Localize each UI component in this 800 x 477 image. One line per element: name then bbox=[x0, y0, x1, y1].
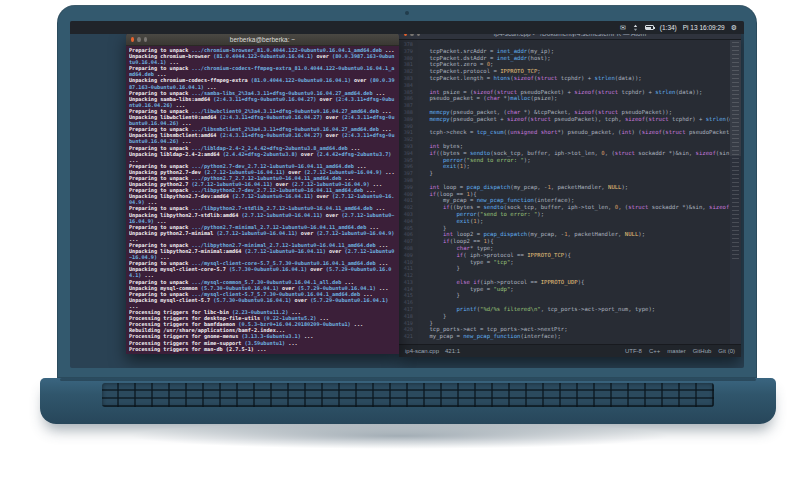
status-file[interactable]: ip4-scan.cpp bbox=[405, 348, 439, 354]
code-line: type = "tcp"; bbox=[416, 259, 730, 266]
webcam-icon bbox=[405, 11, 409, 15]
shadow bbox=[10, 420, 790, 460]
code-line: } bbox=[416, 225, 730, 232]
line-number: 410 bbox=[399, 259, 413, 266]
line-number: 421 bbox=[399, 333, 413, 340]
code-line bbox=[416, 177, 730, 184]
terminal-line: Unpacking samba-libs:amd64 (2:4.3.11+dfs… bbox=[129, 96, 397, 108]
terminal-line: Unpacking mysql-client-core-5.7 (5.7.30-… bbox=[129, 266, 397, 278]
status-item[interactable]: UTF-8 bbox=[625, 348, 642, 354]
code-line: tcp_ports->act = tcp_ports->act->nextPtr… bbox=[416, 326, 730, 333]
editor-pane: 3783793803813823833843853863873883893903… bbox=[399, 40, 741, 344]
status-item[interactable]: C++ bbox=[649, 348, 660, 354]
line-number: 399 bbox=[399, 184, 413, 191]
code-line: type = "udp"; bbox=[416, 286, 730, 293]
line-number: 408 bbox=[399, 245, 413, 252]
code-line: } bbox=[416, 313, 730, 320]
code-line bbox=[416, 272, 730, 279]
gutter: 3783793803813823833843853863873883893903… bbox=[399, 40, 416, 344]
mail-indicator-icon[interactable]: ✉ bbox=[620, 24, 626, 31]
line-number: 405 bbox=[399, 225, 413, 232]
close-icon[interactable] bbox=[131, 37, 134, 42]
terminal-line: Unpacking libldap-2.4-2:amd64 (2.4.42+df… bbox=[129, 151, 397, 163]
code-line: perror("send to error: "); bbox=[416, 211, 730, 218]
status-item[interactable]: GitHub bbox=[693, 348, 712, 354]
code-line bbox=[416, 102, 730, 109]
terminal-line: Unpacking chromium-codecs-ffmpeg-extra (… bbox=[129, 77, 397, 89]
line-number: 390 bbox=[399, 123, 413, 130]
code-line: if((bytes = sendto(sock_tcp, buffer, iph… bbox=[416, 204, 730, 211]
code-line: int bytes; bbox=[416, 143, 730, 150]
code-line bbox=[416, 82, 730, 89]
line-number: 402 bbox=[399, 204, 413, 211]
line-number: 397 bbox=[399, 170, 413, 177]
code-line: char* type; bbox=[416, 245, 730, 252]
top-panel: ✉ (1:34) Pi 13 16:09:29 ⚙ bbox=[70, 21, 744, 34]
terminal-output[interactable]: Preparing to unpack .../chromium-browser… bbox=[129, 47, 397, 353]
code-line: exit(1); bbox=[416, 218, 730, 225]
line-number: 386 bbox=[399, 95, 413, 102]
battery-label[interactable]: (1:34) bbox=[660, 24, 677, 31]
terminal-line: Unpacking libsmbclient:amd64 (2:4.3.11+d… bbox=[129, 132, 397, 144]
minimap[interactable] bbox=[730, 40, 741, 344]
line-number: 396 bbox=[399, 163, 413, 170]
line-number: 387 bbox=[399, 102, 413, 109]
line-number: 407 bbox=[399, 238, 413, 245]
code-line: memcpy(pseudo_packet + sizeof(struct pse… bbox=[416, 116, 730, 123]
terminal-line: Preparing to unpack .../chromium-codecs-… bbox=[129, 65, 397, 77]
code-line: int loop = pcap_dispatch(my_pcap, -1, pa… bbox=[416, 184, 730, 191]
battery-fill bbox=[646, 27, 651, 29]
code-line: printf("%d/%s filtered\n", tcp_ports->ac… bbox=[416, 306, 730, 313]
clock[interactable]: Pi 13 16:09:29 bbox=[683, 24, 725, 31]
line-number: 419 bbox=[399, 320, 413, 327]
line-number: 398 bbox=[399, 177, 413, 184]
window-controls bbox=[126, 37, 152, 42]
status-right: UTF-8C++masterGitHubGit (0) bbox=[625, 348, 735, 354]
code-line: if(loop2 == 1){ bbox=[416, 238, 730, 245]
status-item[interactable]: Git (0) bbox=[718, 348, 735, 354]
laptop-base bbox=[40, 378, 776, 424]
battery-icon[interactable] bbox=[645, 25, 654, 30]
line-number: 392 bbox=[399, 136, 413, 143]
line-number: 394 bbox=[399, 150, 413, 157]
line-number: 411 bbox=[399, 265, 413, 272]
terminal-line: Unpacking chromium-browser (81.0.4044.12… bbox=[129, 53, 397, 65]
terminal-line: Unpacking libwbclient0:amd64 (2:4.3.11+d… bbox=[129, 114, 397, 126]
line-number: 406 bbox=[399, 231, 413, 238]
code-line: perror("send to error: "); bbox=[416, 157, 730, 164]
code-line: tcpPacket.dstAddr = inet_addr(host); bbox=[416, 55, 730, 62]
status-bar: ip4-scan.cpp 421:1 UTF-8C++masterGitHubG… bbox=[399, 344, 741, 357]
line-number: 415 bbox=[399, 292, 413, 299]
laptop-screen-bezel: ✉ (1:34) Pi 13 16:09:29 ⚙ bbox=[57, 5, 757, 378]
line-number: 381 bbox=[399, 61, 413, 68]
terminal-line: Unpacking mysql-client-5.7 (5.7.30-0ubun… bbox=[129, 297, 397, 309]
network-icon[interactable] bbox=[632, 24, 639, 32]
code-line: else if(iph->protocol == IPPROTO_UDP){ bbox=[416, 279, 730, 286]
terminal-line: Unpacking libpython2.7-stdlib:amd64 (2.7… bbox=[129, 212, 397, 224]
status-item[interactable]: master bbox=[667, 348, 685, 354]
code-lines[interactable]: tcpPacket.srcAddr = inet_addr(my_ip); tc… bbox=[416, 40, 730, 344]
terminal-line: Unpacking libpython2.7-dev:amd64 (2.7.12… bbox=[129, 193, 397, 205]
code-line: tcph->check = tcp_csum((unsigned short*)… bbox=[416, 129, 730, 136]
scene: ✉ (1:34) Pi 13 16:09:29 ⚙ bbox=[0, 0, 800, 477]
code-line: } bbox=[416, 170, 730, 177]
maximize-icon[interactable] bbox=[144, 37, 147, 42]
code-line: tcpPacket.zero = 0; bbox=[416, 61, 730, 68]
line-number: 380 bbox=[399, 55, 413, 62]
session-gear-icon[interactable]: ⚙ bbox=[731, 24, 737, 31]
line-number: 383 bbox=[399, 75, 413, 82]
line-number: 378 bbox=[399, 41, 413, 48]
line-number: 416 bbox=[399, 299, 413, 306]
code-line: if(loop == 1){ bbox=[416, 191, 730, 198]
line-number: 404 bbox=[399, 218, 413, 225]
line-number: 391 bbox=[399, 129, 413, 136]
code-line: } bbox=[416, 320, 730, 327]
code-line: tcpPacket.srcAddr = inet_addr(my_ip); bbox=[416, 48, 730, 55]
line-number: 420 bbox=[399, 326, 413, 333]
terminal-line: Unpacking python2.7-minimal (2.7.12-1ubu… bbox=[129, 230, 397, 242]
line-number: 385 bbox=[399, 89, 413, 96]
atom-window: ip4-scan.cpp - ~/Dokumenty/4.semester/IP… bbox=[399, 27, 741, 357]
status-cursor-position[interactable]: 421:1 bbox=[445, 348, 460, 354]
terminal-titlebar[interactable]: berberka@berberka: ~ bbox=[126, 33, 399, 46]
minimize-icon[interactable] bbox=[137, 37, 140, 42]
